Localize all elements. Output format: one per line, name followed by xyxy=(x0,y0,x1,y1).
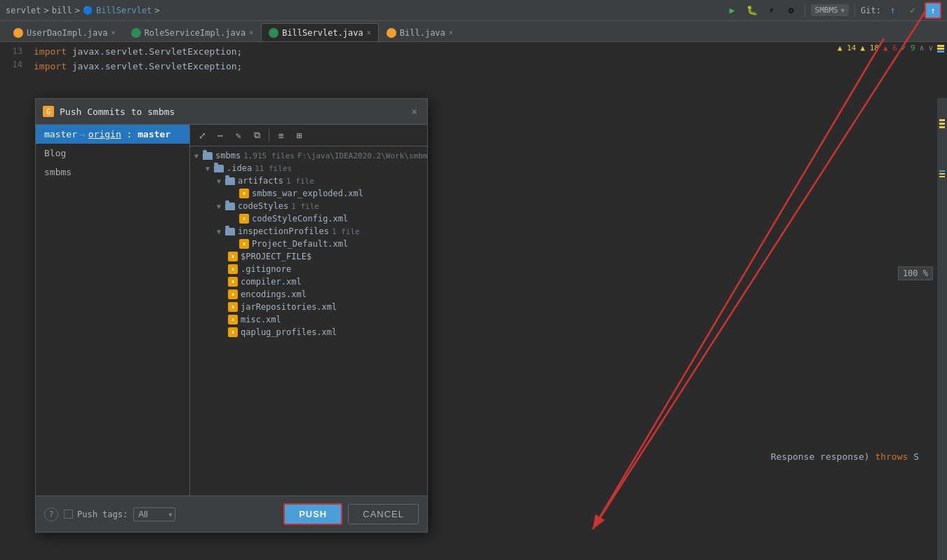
tree-smbms-war[interactable]: x smbms_war_exploded.xml xyxy=(190,187,427,200)
file-tree: ▼ smbms 1,915 files F:\java\IDEA2020.2\W… xyxy=(190,146,427,496)
tree-count-codestyles: 1 file xyxy=(291,202,319,211)
marker-2 xyxy=(937,48,944,50)
run-config-label: SMBMS xyxy=(815,6,838,15)
branch-origin: origin : master xyxy=(88,129,170,139)
xml-icon-pd: x xyxy=(239,239,249,249)
top-bar: servlet > bill > 🔵 BillServlet > ▶ 🐛 ⚡ ⚙… xyxy=(0,0,947,21)
tab-userdaoimpl[interactable]: UserDaoImpl.java × xyxy=(6,23,123,41)
warn2: ▲ 18 xyxy=(861,43,880,53)
folder-icon-idea xyxy=(214,165,224,172)
tree-label-qx: qaplug_profiles.xml xyxy=(241,327,337,337)
tab-close-billservlet[interactable]: × xyxy=(367,29,371,36)
help-btn[interactable]: ? xyxy=(44,507,58,521)
expand-all-btn[interactable]: ⤢ xyxy=(194,128,210,143)
tree-artifacts[interactable]: ▼ artifacts 1 file xyxy=(190,175,427,187)
nav-down[interactable]: ∨ xyxy=(928,43,933,53)
tree-codestyleconfig[interactable]: x codeStyleConfig.xml xyxy=(190,212,427,225)
tab-label-billservlet: BillServlet.java xyxy=(282,28,363,38)
tree-project-default[interactable]: x Project_Default.xml xyxy=(190,238,427,250)
git-update-btn[interactable]: ↑ xyxy=(885,3,901,18)
tree-compiler[interactable]: x compiler.xml xyxy=(190,275,427,288)
warning-bar: ▲ 14 ▲ 18 ▲ 6 ✓ 9 ∧ ∨ xyxy=(838,43,933,53)
tree-misc[interactable]: x misc.xml xyxy=(190,313,427,326)
dialog-title: Push Commits to smbms xyxy=(60,107,403,117)
push-tags-checkbox[interactable] xyxy=(64,510,73,519)
run-config-arrow: ▼ xyxy=(841,7,845,14)
xml-icon-cx: x xyxy=(228,277,238,287)
tree-count-root: 1,915 files xyxy=(243,151,295,161)
tree-codestyles[interactable]: ▼ codeStyles 1 file xyxy=(190,200,427,212)
tree-label-pd: Project_Default.xml xyxy=(252,239,348,249)
tab-icon-bill xyxy=(387,28,396,38)
tab-icon-userdaoimpl xyxy=(13,28,23,38)
tree-project-file[interactable]: x $PROJECT_FILE$ xyxy=(190,250,427,263)
tree-label-root: smbms xyxy=(215,151,241,161)
group-btn[interactable]: ⊞ xyxy=(292,128,307,143)
nav-up[interactable]: ∧ xyxy=(920,43,925,53)
tree-gitignore[interactable]: x .gitignore xyxy=(190,263,427,275)
git-commit-btn[interactable]: ✓ xyxy=(905,3,920,18)
tree-encodings[interactable]: x encodings.xml xyxy=(190,288,427,301)
tree-idea[interactable]: ▼ .idea 11 files xyxy=(190,162,427,175)
tab-close-userdaoimpl[interactable]: × xyxy=(112,29,116,36)
tab-close-bill[interactable]: × xyxy=(449,29,453,36)
push-commits-dialog: G Push Commits to smbms × master → origi… xyxy=(35,98,428,533)
branch-item-master[interactable]: master → origin : master xyxy=(36,125,189,144)
git-push-btn[interactable]: ↑ xyxy=(925,2,941,19)
branch-item-blog[interactable]: Blog xyxy=(36,144,189,163)
breadcrumb-billservlet[interactable]: BillServlet xyxy=(96,6,152,15)
run-config-selector[interactable]: SMBMS ▼ xyxy=(811,4,849,16)
profile-btn[interactable]: ⚡ xyxy=(764,3,779,18)
breadcrumb-servlet: servlet xyxy=(6,6,41,15)
marker-1 xyxy=(937,45,944,47)
tab-close-roleserviceimpl[interactable]: × xyxy=(249,29,253,36)
tree-label-pf: $PROJECT_FILE$ xyxy=(241,252,311,261)
folder-icon-ip xyxy=(225,228,235,235)
folder-icon-artifacts xyxy=(225,177,235,185)
branch-item-smbms[interactable]: smbms xyxy=(36,163,189,182)
tree-label-artifacts: artifacts xyxy=(238,176,283,186)
tab-roleserviceimpl[interactable]: RoleServiceImpl.java × xyxy=(123,23,262,41)
tree-root-smbms[interactable]: ▼ smbms 1,915 files F:\java\IDEA2020.2\W… xyxy=(190,149,427,162)
push-tags-label: Push tags: xyxy=(64,510,128,519)
err: ▲ 6 xyxy=(883,43,897,53)
xml-icon-ex: x xyxy=(228,289,238,299)
collapse-all-btn[interactable]: ⋯ xyxy=(213,128,228,143)
dialog-body: master → origin : master Blog smbms ⤢ ⋯ xyxy=(36,125,427,496)
breadcrumb-icon: 🔵 xyxy=(83,6,93,15)
push-button[interactable]: PUSH xyxy=(283,503,342,525)
code-content[interactable]: import javax.servlet.ServletException; i… xyxy=(28,42,947,98)
tab-icon-billservlet xyxy=(269,28,278,38)
xml-icon-war: x xyxy=(239,189,249,198)
tree-label-csc: codeStyleConfig.xml xyxy=(252,214,348,224)
tree-label-mx: misc.xml xyxy=(241,315,281,325)
tree-count-idea: 11 files xyxy=(255,164,292,173)
tab-bill[interactable]: Bill.java × xyxy=(379,23,461,41)
tree-label-cx: compiler.xml xyxy=(241,277,302,287)
tree-label-jr: jarRepositories.xml xyxy=(241,302,337,312)
code-area: 13 14 import javax.servlet.ServletExcept… xyxy=(0,42,947,98)
cancel-button[interactable]: CANCEL xyxy=(348,504,419,524)
tree-jar[interactable]: x jarRepositories.xml xyxy=(190,301,427,313)
debug-btn[interactable]: 🐛 xyxy=(744,3,760,18)
toolbar-sep xyxy=(269,129,269,142)
tab-billservlet[interactable]: BillServlet.java × xyxy=(261,23,379,41)
right-markers xyxy=(937,42,946,98)
tree-qaplug[interactable]: x qaplug_profiles.xml xyxy=(190,326,427,339)
run-btn[interactable]: ▶ xyxy=(725,3,740,18)
tree-inspectionprofiles[interactable]: ▼ inspectionProfiles 1 file xyxy=(190,225,427,238)
edit-btn[interactable]: ✎ xyxy=(231,128,246,143)
coverage-btn[interactable]: ⚙ xyxy=(784,3,799,18)
tree-arrow-artifacts: ▼ xyxy=(217,177,225,185)
sort-btn[interactable]: ≡ xyxy=(274,128,289,143)
file-toolbar: ⤢ ⋯ ✎ ⧉ ≡ ⊞ xyxy=(190,125,427,146)
tree-arrow-codestyles: ▼ xyxy=(217,203,225,210)
tab-label-bill: Bill.java xyxy=(400,28,445,38)
dialog-footer: ? Push tags: All None PUSH CANCEL xyxy=(36,496,427,532)
tab-icon-roleserviceimpl xyxy=(131,28,141,38)
dialog-close-btn[interactable]: × xyxy=(409,104,420,118)
push-tags-select[interactable]: All None xyxy=(133,507,175,521)
diff-btn[interactable]: ⧉ xyxy=(249,128,264,143)
tree-label-gi: .gitignore xyxy=(241,264,291,274)
tree-path-root: F:\java\IDEA2020.2\Work\smbms xyxy=(297,151,427,161)
